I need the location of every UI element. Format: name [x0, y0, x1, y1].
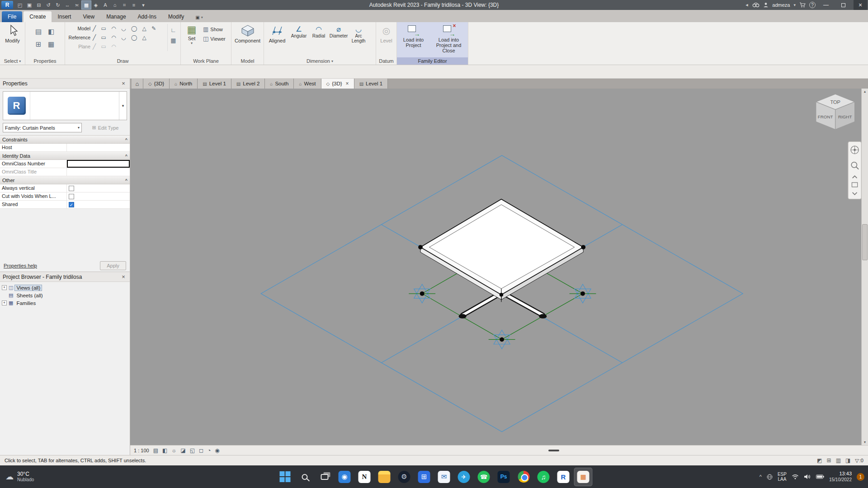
customize-qat-icon[interactable]: ▾ [139, 1, 148, 9]
home-icon[interactable]: ⌂ [132, 79, 143, 89]
view-tab-north[interactable]: ⌂North [170, 79, 198, 89]
family-types-icon[interactable]: ◧ [46, 26, 57, 37]
view-tab-west[interactable]: ⌂West [294, 79, 321, 89]
diameter-button[interactable]: ⌀ Diameter [329, 24, 349, 43]
worksets-icon[interactable]: ◩ [817, 457, 822, 464]
family-category-combo[interactable]: Family: Curtain Panels ▾ [3, 123, 82, 132]
close-button[interactable]: × [854, 0, 867, 10]
load-into-project-button[interactable]: → Load into Project [399, 23, 429, 57]
omniclass-title-value[interactable] [67, 168, 130, 176]
tree-item-sheets-all[interactable]: ▤ Sheets (all) [1, 291, 129, 299]
tab-modify[interactable]: Modify [162, 11, 190, 22]
properties-palette-header[interactable]: Properties × [0, 79, 130, 89]
taskbar-weather[interactable]: ☁ 30°C Nublado [5, 465, 34, 488]
tab-insert[interactable]: Insert [52, 11, 77, 22]
pick-face-icon[interactable]: ▦ [170, 37, 176, 44]
steam-app-button[interactable]: ⚙ [395, 468, 414, 486]
component-button[interactable]: Component [233, 23, 262, 57]
angular-button[interactable]: ∠ Angular [289, 24, 309, 43]
panel-dimension-label[interactable]: Dimension▾ [264, 57, 376, 65]
3d-scene[interactable]: TOP FRONT RIGHT [130, 89, 868, 445]
tag-icon[interactable]: ◈ [91, 1, 100, 9]
type-selector-dropdown-icon[interactable]: ▾ [119, 92, 127, 120]
panel-select-label[interactable]: Select▾ [0, 57, 25, 65]
collapse-icon[interactable]: ^ [125, 137, 127, 142]
type-selector[interactable]: R ▾ [3, 91, 127, 120]
active-window-button[interactable]: ▦ [574, 468, 593, 486]
close-icon[interactable]: × [120, 80, 127, 87]
arc-length-button[interactable]: ◡ Arc Length [349, 24, 368, 43]
user-icon[interactable] [763, 2, 769, 8]
tab-view[interactable]: View [77, 11, 100, 22]
tab-manage[interactable]: Manage [100, 11, 132, 22]
view-tab-south[interactable]: ⌂South [265, 79, 294, 89]
vertical-scrollbar[interactable]: ▴ ▾ [861, 89, 868, 445]
panel-datum-label[interactable]: Datum [376, 57, 396, 65]
hidden-icons-chevron[interactable]: ^ [760, 474, 762, 479]
section-other[interactable]: Other ^ [0, 176, 130, 184]
scrollbar-thumb[interactable] [862, 224, 868, 260]
print-icon[interactable]: ⊟ [34, 1, 43, 9]
section-constraints[interactable]: Constraints ^ [0, 136, 130, 144]
load-into-project-and-close-button[interactable]: → × Load into Project and Close [431, 23, 467, 57]
view-tab-3d-1[interactable]: ◇{3D} [143, 79, 170, 89]
collapse-icon[interactable]: ^ [125, 154, 127, 158]
project-browser-header[interactable]: Project Browser - Family tridilosa × [0, 272, 130, 282]
apply-button[interactable]: Apply [100, 261, 126, 270]
battery-icon[interactable] [816, 474, 824, 479]
revit-app-button[interactable]: R [554, 468, 573, 486]
scroll-up-icon[interactable]: ▴ [864, 89, 866, 94]
maximize-button[interactable] [836, 0, 850, 10]
view-tab-level-1-b[interactable]: ▤Level 1 [354, 79, 388, 89]
search-button[interactable] [296, 468, 314, 486]
properties-palette-icon[interactable]: ▤ [33, 26, 44, 37]
viewcube-right-label[interactable]: RIGHT [838, 114, 852, 119]
view-cube[interactable]: TOP FRONT RIGHT [816, 94, 855, 129]
editable-only-icon[interactable]: ▥ [836, 457, 841, 464]
help-icon[interactable]: ? [809, 2, 816, 8]
aligned-dimension-button[interactable]: Aligned [265, 23, 289, 43]
shadows-icon[interactable]: ◪ [180, 447, 185, 454]
panel-model-label[interactable]: Model [231, 57, 264, 65]
edit-type-button[interactable]: ⊞ Edit Type [84, 123, 127, 132]
omniclass-number-input[interactable] [67, 160, 130, 168]
work-plane-viewer-button[interactable]: ◫ Viewer [203, 35, 226, 42]
selection-filter[interactable]: ▽ :0 [855, 458, 863, 464]
close-icon[interactable]: × [120, 273, 127, 280]
start-button[interactable] [276, 468, 294, 486]
text-icon[interactable]: A [101, 1, 110, 9]
visual-style-icon[interactable]: ◧ [162, 447, 167, 454]
default-3d-view-icon[interactable]: ▦ [82, 1, 91, 9]
drawing-area[interactable]: TOP FRONT RIGHT ▴ ▾ [130, 89, 868, 445]
signed-in-user[interactable]: admeza [772, 2, 790, 8]
open-icon[interactable]: ◰ [15, 1, 24, 9]
radial-button[interactable]: ◠ Radial [309, 24, 329, 43]
wifi-icon[interactable] [792, 474, 799, 479]
modify-button[interactable]: Modify [1, 23, 24, 57]
tab-add-ins[interactable]: Add-Ins [132, 11, 162, 22]
save-icon[interactable]: ▣ [25, 1, 34, 9]
tree-item-families[interactable]: + ▦ Families [1, 299, 129, 307]
always-vertical-checkbox[interactable] [69, 186, 74, 191]
tree-item-views-all[interactable]: + ◫ Views (all) [1, 284, 129, 291]
expand-icon[interactable]: + [2, 300, 7, 305]
scale-button[interactable]: 1 : 100 [134, 448, 149, 453]
mail-app-button[interactable]: ✉ [435, 468, 453, 486]
language-indicator[interactable]: ESP LAA [778, 472, 787, 482]
panel-properties-label[interactable]: Properties [25, 57, 65, 65]
panel-draw-label[interactable]: Draw [65, 57, 180, 65]
spotify-app-button[interactable]: ♫ [534, 468, 553, 486]
tab-create[interactable]: Create [24, 11, 52, 22]
sun-path-icon[interactable]: ☼ [171, 447, 176, 454]
draw-model-tools[interactable]: ╱ ▭ ◠ ◡ ◯ △ ✎ [93, 25, 158, 32]
design-options-icon[interactable]: ⊞ [827, 457, 831, 464]
file-explorer-button[interactable] [375, 468, 394, 486]
thin-lines-icon[interactable]: ≡ [129, 1, 138, 9]
photoshop-app-button[interactable]: Ps [495, 468, 513, 486]
detail-level-icon[interactable]: ▤ [153, 447, 158, 454]
host-value[interactable] [67, 144, 130, 151]
notion-app-button[interactable]: N [355, 468, 374, 486]
crop-view-icon[interactable]: ◱ [190, 447, 195, 454]
panel-work-plane-label[interactable]: Work Plane [181, 57, 231, 65]
view-tab-level-2[interactable]: ▤Level 2 [231, 79, 265, 89]
